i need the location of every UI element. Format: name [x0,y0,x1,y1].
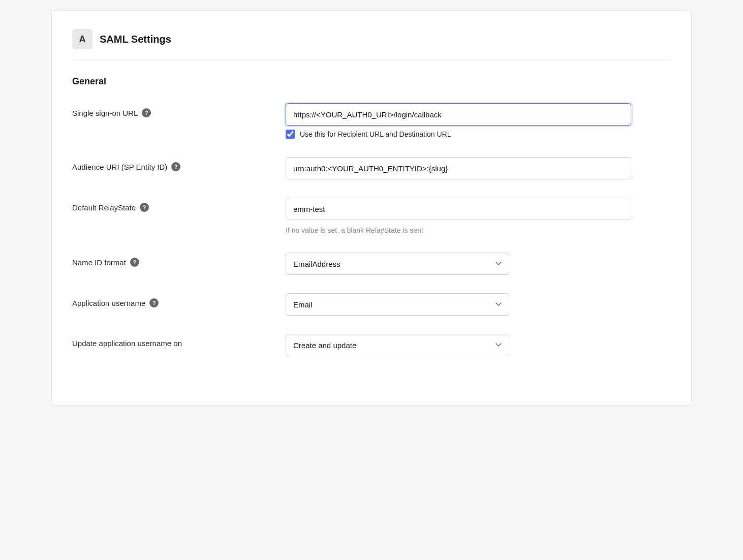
relay-state-label-group: Default RelayState ? [72,198,286,212]
name-id-format-controls: EmailAddress Persistent Transient Unspec… [286,253,671,275]
relay-state-row: Default RelayState ? If no value is set,… [72,198,671,234]
audience-uri-help-icon[interactable]: ? [171,162,180,171]
update-username-label-group: Update application username on [72,334,286,348]
app-username-help-icon[interactable]: ? [149,298,159,307]
sso-url-checkbox-row: Use this for Recipient URL and Destinati… [286,130,671,139]
app-username-controls: Email Username UserID CustomAttribute [286,293,671,316]
name-id-format-row: Name ID format ? EmailAddress Persistent… [72,253,671,275]
app-username-select[interactable]: Email Username UserID CustomAttribute [286,293,509,316]
name-id-format-select[interactable]: EmailAddress Persistent Transient Unspec… [286,253,509,275]
sso-url-input[interactable] [286,103,631,126]
update-username-select[interactable]: Create and update Create only [286,334,509,356]
page-title: SAML Settings [100,34,171,45]
general-section: General Single sign-on URL ? Use this fo… [72,76,671,356]
sso-url-row: Single sign-on URL ? Use this for Recipi… [72,103,671,139]
section-title: General [72,76,671,87]
app-username-label: Application username [72,299,145,307]
sso-url-controls: Use this for Recipient URL and Destinati… [286,103,671,139]
name-id-format-label: Name ID format [72,258,126,267]
sso-url-label: Single sign-on URL [72,109,138,117]
audience-uri-label-group: Audience URI (SP Entity ID) ? [72,157,286,171]
relay-state-controls: If no value is set, a blank RelayState i… [286,198,671,234]
audience-uri-row: Audience URI (SP Entity ID) ? [72,157,671,179]
card-header: A SAML Settings [72,29,671,60]
update-username-controls: Create and update Create only [286,334,671,356]
update-username-row: Update application username on Create an… [72,334,671,356]
audience-uri-controls [286,157,671,179]
name-id-format-help-icon[interactable]: ? [130,258,139,267]
audience-uri-label: Audience URI (SP Entity ID) [72,163,167,171]
app-username-row: Application username ? Email Username Us… [72,293,671,316]
recipient-url-checkbox-label: Use this for Recipient URL and Destinati… [300,130,451,138]
update-username-label: Update application username on [72,339,182,348]
avatar: A [72,29,92,49]
relay-state-help-icon[interactable]: ? [140,203,149,212]
recipient-url-checkbox[interactable] [286,130,295,139]
name-id-format-label-group: Name ID format ? [72,253,286,267]
app-username-label-group: Application username ? [72,293,286,307]
sso-url-help-icon[interactable]: ? [142,108,151,117]
relay-state-label: Default RelayState [72,203,136,212]
sso-url-label-group: Single sign-on URL ? [72,103,286,117]
relay-state-hint: If no value is set, a blank RelayState i… [286,226,671,234]
audience-uri-input[interactable] [286,157,631,179]
saml-settings-card: A SAML Settings General Single sign-on U… [51,10,692,406]
relay-state-input[interactable] [286,198,631,220]
